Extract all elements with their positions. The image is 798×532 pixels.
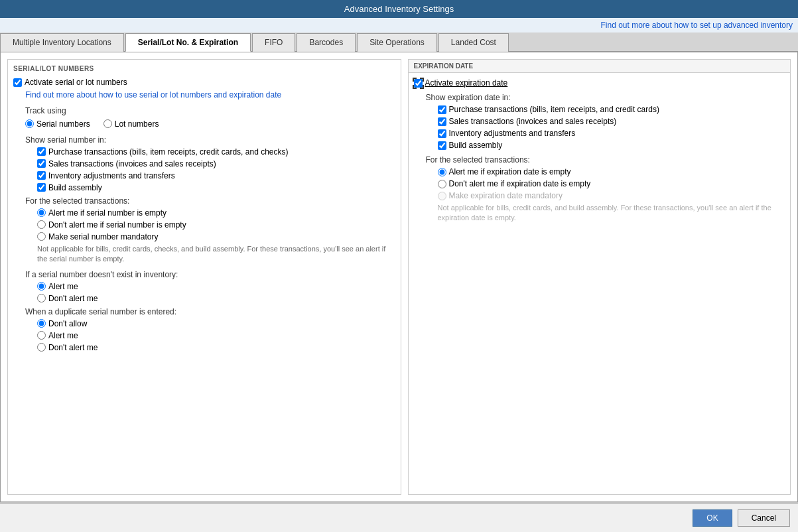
sl-build-checkbox[interactable] [37, 183, 46, 192]
expiration-section: EXPIRATION DATE Activate expiration date… [408, 59, 791, 495]
exp-dont-alert-label[interactable]: Don't alert me if expiration date is emp… [449, 179, 591, 188]
alert-me-dup-label[interactable]: Alert me [48, 331, 78, 340]
exp-disabled-note: Not applicable for bills, credit cards, … [438, 203, 785, 224]
exp-sales-label[interactable]: Sales transactions (invoices and sales r… [449, 117, 617, 126]
bottom-bar: OK Cancel [0, 503, 798, 532]
alert-me-dup-row: Alert me [37, 331, 395, 340]
exp-purchase-row: Purchase transactions (bills, item recei… [438, 105, 785, 114]
alert-me-radio[interactable] [37, 282, 46, 291]
show-serial-in-label: Show serial number in: [25, 135, 395, 145]
exp-mandatory-radio[interactable] [438, 192, 446, 200]
tab-serial-lot[interactable]: Serial/Lot No. & Expiration [125, 33, 251, 52]
exp-for-selected-label: For the selected transactions: [426, 155, 785, 165]
dont-alert-me-label[interactable]: Don't alert me [48, 294, 98, 303]
tab-multiple-inventory-locations[interactable]: Multiple Inventory Locations [0, 33, 124, 52]
serial-numbers-radio-row: Serial numbers [25, 119, 90, 129]
exp-build-label[interactable]: Build assembly [449, 141, 503, 150]
make-mandatory-row: Make serial number mandatory [37, 232, 395, 241]
activate-serial-label[interactable]: Activate serial or lot numbers [25, 78, 127, 87]
title-bar: Advanced Inventory Settings [0, 0, 798, 18]
serial-numbers-radio[interactable] [25, 119, 34, 128]
show-exp-in-label: Show expiration date in: [426, 93, 785, 102]
make-mandatory-radio[interactable] [37, 232, 46, 241]
lot-numbers-radio-row: Lot numbers [103, 119, 159, 129]
sl-purchase-label[interactable]: Purchase transactions (bills, item recei… [48, 147, 288, 157]
cancel-button[interactable]: Cancel [738, 509, 790, 527]
activate-serial-lot-row: Activate serial or lot numbers [13, 78, 395, 87]
build-assembly-row: Build assembly [37, 183, 395, 192]
sl-build-label[interactable]: Build assembly [48, 183, 102, 192]
tab-site-operations[interactable]: Site Operations [357, 33, 437, 52]
serial-lot-help-link[interactable]: Find out more about how to use serial or… [25, 90, 395, 101]
alert-empty-radio[interactable] [37, 208, 46, 217]
dont-alert-me-dup-row: Don't alert me [37, 343, 395, 352]
exp-build-row: Build assembly [438, 141, 785, 150]
purchase-transactions-row: Purchase transactions (bills, item recei… [37, 147, 395, 157]
dont-alert-empty-radio[interactable] [37, 220, 46, 229]
tab-bar: Multiple Inventory Locations Serial/Lot … [0, 33, 798, 52]
exp-alert-empty-label[interactable]: Alert me if expiration date is empty [449, 167, 571, 176]
lot-numbers-label[interactable]: Lot numbers [115, 119, 159, 129]
sl-purchase-checkbox[interactable] [37, 147, 46, 156]
tab-barcodes[interactable]: Barcodes [297, 33, 356, 52]
serial-lot-section-title: SERIAL/LOT NUMBERS [13, 65, 395, 72]
dont-allow-label[interactable]: Don't allow [48, 319, 87, 328]
serial-note: Not applicable for bills, credit cards, … [37, 244, 395, 265]
activate-expiration-row: Activate expiration date [414, 78, 785, 88]
dont-alert-me-dup-radio[interactable] [37, 343, 46, 352]
exp-inventory-label[interactable]: Inventory adjustments and transfers [449, 129, 576, 138]
expiration-body: Activate expiration date Show expiration… [409, 73, 791, 229]
alert-me-label[interactable]: Alert me [48, 282, 78, 291]
main-content: SERIAL/LOT NUMBERS Activate serial or lo… [0, 52, 798, 502]
activate-serial-checkbox[interactable] [13, 78, 22, 87]
alert-me-dup-radio[interactable] [37, 331, 46, 340]
exp-dont-alert-radio[interactable] [438, 180, 446, 188]
tab-landed-cost[interactable]: Landed Cost [438, 33, 509, 52]
lot-numbers-radio[interactable] [103, 119, 112, 128]
exp-alert-empty-row: Alert me if expiration date is empty [438, 167, 785, 176]
exp-sales-row: Sales transactions (invoices and sales r… [438, 117, 785, 126]
exp-alert-empty-radio[interactable] [438, 168, 446, 176]
sales-transactions-row: Sales transactions (invoices and sales r… [37, 159, 395, 168]
window-title: Advanced Inventory Settings [344, 4, 454, 14]
dont-alert-me-row: Don't alert me [37, 294, 395, 303]
exp-mandatory-label: Make expiration date mandatory [449, 191, 563, 200]
dont-allow-row: Don't allow [37, 319, 395, 328]
dont-alert-me-radio[interactable] [37, 294, 46, 302]
exp-inventory-checkbox[interactable] [438, 129, 446, 138]
exp-purchase-label[interactable]: Purchase transactions (bills, item recei… [449, 105, 659, 114]
info-bar: Find out more about how to set up advanc… [0, 18, 798, 33]
for-selected-label: For the selected transactions: [25, 196, 395, 206]
alert-empty-label[interactable]: Alert me if serial number is empty [48, 208, 166, 218]
exp-dont-alert-row: Don't alert me if expiration date is emp… [438, 179, 785, 188]
expiration-header: EXPIRATION DATE [409, 60, 791, 73]
setup-link[interactable]: Find out more about how to set up advanc… [600, 21, 793, 30]
activate-expiration-label[interactable]: Activate expiration date [425, 78, 508, 88]
if-not-exist-label: If a serial number doesn't exist in inve… [25, 270, 395, 279]
dont-alert-me-dup-label[interactable]: Don't alert me [48, 343, 98, 352]
activate-expiration-checkbox[interactable] [414, 79, 423, 88]
sl-inventory-checkbox[interactable] [37, 171, 46, 180]
sl-inventory-label[interactable]: Inventory adjustments and transfers [48, 171, 175, 180]
exp-purchase-checkbox[interactable] [438, 105, 446, 114]
serial-lot-section: SERIAL/LOT NUMBERS Activate serial or lo… [7, 59, 401, 495]
alert-me-row: Alert me [37, 282, 395, 291]
dont-allow-radio[interactable] [37, 319, 46, 328]
exp-make-mandatory-row: Make expiration date mandatory [438, 191, 785, 200]
ok-button[interactable]: OK [693, 509, 732, 527]
sl-sales-checkbox[interactable] [37, 159, 46, 168]
alert-empty-row: Alert me if serial number is empty [37, 208, 395, 218]
make-mandatory-label[interactable]: Make serial number mandatory [48, 232, 158, 241]
inventory-adjustments-row: Inventory adjustments and transfers [37, 171, 395, 180]
track-using-row: Serial numbers Lot numbers [25, 119, 395, 131]
tab-fifo[interactable]: FIFO [252, 33, 295, 52]
dont-alert-empty-label[interactable]: Don't alert me if serial number is empty [48, 220, 186, 230]
track-using-label: Track using [25, 106, 66, 115]
exp-build-checkbox[interactable] [438, 141, 446, 150]
exp-inventory-row: Inventory adjustments and transfers [438, 129, 785, 138]
sl-sales-label[interactable]: Sales transactions (invoices and sales r… [48, 159, 216, 168]
dont-alert-empty-row: Don't alert me if serial number is empty [37, 220, 395, 230]
duplicate-label: When a duplicate serial number is entere… [25, 307, 395, 316]
exp-sales-checkbox[interactable] [438, 117, 446, 126]
serial-numbers-label[interactable]: Serial numbers [36, 119, 90, 129]
